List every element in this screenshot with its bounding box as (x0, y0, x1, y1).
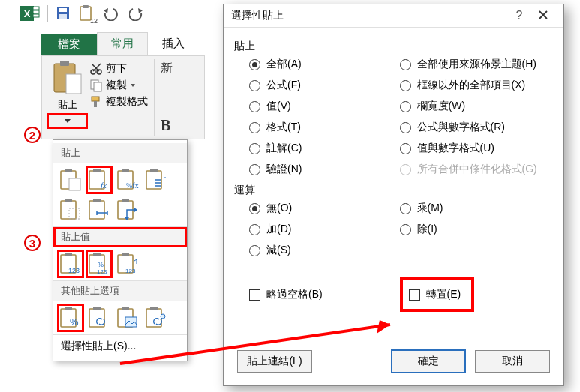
paste-formulas-num-icon[interactable]: %fx (116, 168, 139, 192)
paste-button[interactable]: 貼上 (47, 59, 88, 112)
dialog-title: 選擇性貼上 (231, 9, 508, 22)
radio-formulas-num[interactable]: 公式與數字格式(R) (400, 121, 551, 134)
paste-all-icon[interactable] (59, 168, 82, 192)
svg-text:%: % (98, 261, 104, 268)
format-painter-button[interactable]: 複製格式 (89, 95, 148, 109)
paste-values-num-icon[interactable]: %123 (88, 252, 110, 276)
svg-rect-29 (150, 169, 158, 172)
group-sep (154, 59, 155, 136)
svg-rect-41 (93, 253, 101, 256)
paste-keep-source-icon[interactable] (145, 168, 167, 192)
excel-app-icon: X (20, 4, 40, 23)
radio-except-borders[interactable]: 框線以外的全部項目(X) (400, 79, 551, 92)
chk-skip-blanks[interactable]: 略過空格(B) (249, 277, 400, 312)
close-icon[interactable] (530, 10, 556, 22)
chk-transpose[interactable]: 轉置(E) (400, 277, 475, 312)
cut-label: 剪下 (106, 62, 127, 76)
svg-rect-23 (93, 169, 101, 172)
svg-rect-33 (89, 201, 104, 219)
svg-text:X: X (24, 8, 31, 19)
radio-divide[interactable]: 除(I) (400, 223, 551, 236)
svg-rect-56 (150, 307, 158, 310)
bold-button[interactable]: B (161, 117, 173, 134)
svg-rect-53 (122, 307, 129, 310)
paste-values-icon[interactable]: 123 (59, 252, 82, 276)
svg-rect-20 (65, 169, 72, 172)
svg-rect-6 (59, 8, 67, 12)
svg-text:123: 123 (68, 267, 80, 274)
radio-values-num[interactable]: 值與數字格式(U) (400, 142, 551, 155)
cut-button[interactable]: 剪下 (89, 62, 148, 76)
radio-validation[interactable]: 驗證(N) (249, 163, 400, 176)
ok-button[interactable]: 確定 (391, 349, 466, 373)
copy-icon (89, 79, 103, 92)
copy-label: 複製 (106, 79, 127, 92)
paste-gallery: 貼上 fx %fx 貼上值 123 %123 123 (53, 139, 188, 361)
svg-text:%fx: %fx (126, 181, 139, 190)
format-painter-icon (89, 95, 103, 109)
radio-col-widths[interactable]: 欄寬度(W) (400, 100, 551, 113)
chevron-down-icon (130, 82, 136, 88)
format-painter-label: 複製格式 (106, 95, 148, 109)
svg-rect-12 (66, 74, 81, 94)
undo-icon[interactable] (102, 6, 122, 21)
svg-rect-7 (59, 14, 67, 19)
tab-home[interactable]: 常用 (97, 32, 148, 55)
paste-link-button[interactable]: 貼上連結(L) (237, 350, 312, 373)
paste-no-borders-icon[interactable] (59, 198, 82, 222)
svg-rect-45 (122, 253, 129, 256)
svg-rect-2 (33, 7, 39, 10)
svg-rect-16 (94, 82, 101, 91)
scissors-icon (89, 62, 103, 76)
radio-all-theme[interactable]: 全部使用來源佈景主題(H) (400, 58, 551, 71)
svg-rect-8 (80, 7, 91, 20)
radio-add[interactable]: 加(D) (249, 223, 400, 236)
qat-separator (47, 5, 48, 22)
redo-icon[interactable] (129, 6, 146, 21)
help-icon[interactable]: ? (508, 9, 530, 22)
paste-values-source-icon[interactable]: 123 (116, 252, 139, 276)
radio-formats[interactable]: 格式(T) (249, 121, 400, 134)
svg-text:fx: fx (101, 181, 107, 190)
svg-rect-36 (122, 199, 129, 202)
paste-linked-picture-icon[interactable] (145, 306, 167, 330)
tab-file[interactable]: 檔案 (41, 34, 97, 55)
paste-special-dialog: 選擇性貼上 ? 貼上 全部(A) 全部使用來源佈景主題(H) 公式(F) 框線以… (223, 4, 564, 386)
radio-multiply[interactable]: 乘(M) (400, 202, 551, 215)
svg-rect-11 (60, 61, 69, 66)
radio-all-cond: 所有合併中條件化格式(G) (400, 163, 551, 176)
radio-values[interactable]: 值(V) (249, 100, 400, 113)
paste-special-label: 選擇性貼上(S)... (61, 340, 136, 352)
paste-formulas-icon[interactable]: fx (88, 168, 110, 192)
svg-rect-30 (61, 201, 76, 219)
svg-point-57 (161, 314, 165, 319)
svg-rect-31 (65, 199, 72, 202)
paste-label: 貼上 (47, 98, 88, 112)
gallery-section-paste: 貼上 (53, 143, 187, 163)
radio-subtract[interactable]: 減(S) (249, 244, 400, 257)
cancel-button[interactable]: 取消 (475, 350, 550, 373)
radio-formulas[interactable]: 公式(F) (249, 79, 400, 92)
paste-dropdown[interactable] (47, 113, 88, 129)
font-placeholder: 新 (161, 61, 173, 76)
save-icon[interactable] (56, 6, 71, 21)
paste-picture-icon[interactable] (116, 306, 139, 330)
svg-rect-18 (94, 101, 97, 107)
tab-insert[interactable]: 插入 (148, 32, 199, 55)
radio-none[interactable]: 無(O) (249, 202, 400, 215)
group-paste-label: 貼上 (234, 40, 550, 53)
svg-rect-48 (65, 307, 72, 310)
paste-link-icon[interactable] (88, 306, 110, 330)
paste-formatting-icon[interactable]: % (59, 306, 82, 330)
group-op-label: 運算 (234, 184, 550, 197)
copy-button[interactable]: 複製 (89, 79, 148, 92)
radio-comments[interactable]: 註解(C) (249, 142, 400, 155)
paste-col-width-icon[interactable] (88, 198, 110, 222)
gallery-section-values: 貼上值 (53, 227, 187, 247)
callout-2: 2 (24, 127, 41, 143)
svg-rect-26 (122, 169, 129, 172)
paste-transpose-icon[interactable] (116, 198, 139, 222)
radio-all[interactable]: 全部(A) (249, 58, 400, 71)
paste-special-menu-item[interactable]: 選擇性貼上(S)... (53, 335, 187, 358)
qat-paste-icon[interactable]: 12 (78, 4, 95, 22)
